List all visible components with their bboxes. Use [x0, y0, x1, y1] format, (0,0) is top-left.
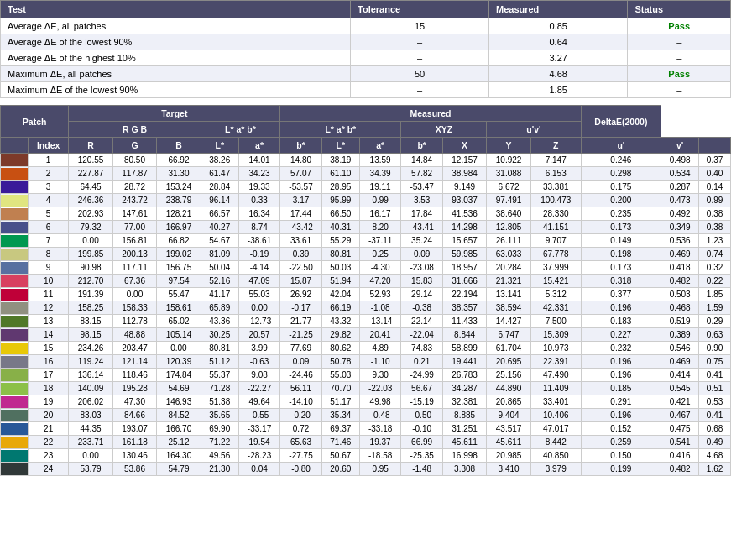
u-cell: 0.175: [581, 181, 661, 194]
a-target-cell: 8.74: [238, 221, 280, 234]
b-target-cell: 21.77: [280, 315, 322, 328]
color-swatch-cell: [1, 342, 29, 355]
r-cell: 53.79: [69, 463, 112, 476]
color-swatch-cell: [1, 248, 29, 261]
b-target-header: b*: [280, 138, 322, 154]
r-cell: 64.45: [69, 181, 112, 194]
a-measured-cell: 19.11: [359, 181, 401, 194]
a-measured-cell: 9.30: [359, 369, 401, 382]
l-target-cell: 65.89: [201, 301, 238, 315]
z-cell: 10.406: [530, 409, 581, 422]
l-target-cell: 81.09: [201, 248, 238, 261]
z-header: Z: [530, 138, 581, 154]
index-cell: 9: [29, 261, 69, 275]
delta-cell: 0.14: [699, 181, 731, 194]
b-measured-cell: 35.24: [401, 234, 443, 248]
y-cell: 6.672: [487, 181, 530, 194]
y-cell: 97.491: [487, 194, 530, 207]
r-cell: 44.35: [69, 422, 112, 436]
table-row: 15 234.26 203.47 0.00 80.81 3.99 77.69 8…: [1, 342, 731, 355]
y-cell: 12.805: [487, 221, 530, 234]
summary-measured-cell: 0.85: [488, 18, 627, 34]
delta-cell: 0.68: [699, 422, 731, 436]
r-cell: 246.36: [69, 194, 112, 207]
b-target-cell: 33.61: [280, 234, 322, 248]
b-target-cell: 0.72: [280, 422, 322, 436]
table-row: 12 158.25 158.33 158.61 65.89 0.00 -0.17…: [1, 301, 731, 315]
color-swatch: [1, 410, 28, 421]
table-row: 1 120.55 80.50 66.92 38.26 14.01 14.80 3…: [1, 154, 731, 167]
x-cell: 31.666: [442, 275, 486, 288]
color-swatch-cell: [1, 288, 29, 301]
v-header: v': [661, 138, 699, 154]
l-target-cell: 50.04: [201, 261, 238, 275]
b-target-cell: 56.11: [280, 382, 322, 395]
l-target-cell: 35.65: [201, 409, 238, 422]
b-measured-cell: -53.47: [401, 181, 443, 194]
b-cell: 55.47: [157, 288, 201, 301]
y-cell: 61.704: [487, 342, 530, 355]
u-cell: 0.198: [581, 248, 661, 261]
delta-cell: 0.63: [699, 328, 731, 342]
y-cell: 38.594: [487, 301, 530, 315]
g-cell: 117.11: [112, 261, 156, 275]
index-cell: 23: [29, 449, 69, 463]
summary-status-cell: –: [628, 34, 731, 50]
l-target-cell: 41.17: [201, 288, 238, 301]
a-target-cell: -0.55: [238, 409, 280, 422]
g-cell: 118.46: [112, 369, 156, 382]
r-cell: 98.15: [69, 328, 112, 342]
index-cell: 22: [29, 436, 69, 449]
b-cell: 0.00: [157, 342, 201, 355]
a-target-cell: 0.33: [238, 194, 280, 207]
color-swatch-cell: [1, 194, 29, 207]
b-target-cell: -0.17: [280, 301, 322, 315]
x-cell: 16.998: [442, 449, 486, 463]
a-measured-header: a*: [359, 138, 401, 154]
summary-tolerance-header: Tolerance: [351, 1, 489, 18]
index-cell: 1: [29, 154, 69, 167]
z-cell: 33.381: [530, 181, 581, 194]
z-cell: 47.017: [530, 422, 581, 436]
l-measured-cell: 80.62: [321, 342, 359, 355]
table-row: 19 206.02 47.30 146.93 51.38 49.64 -14.1…: [1, 395, 731, 409]
y-cell: 6.747: [487, 328, 530, 342]
b-cell: 146.93: [157, 395, 201, 409]
b-cell: 105.14: [157, 328, 201, 342]
u-cell: 0.173: [581, 261, 661, 275]
delta-cell: 0.90: [699, 342, 731, 355]
a-target-cell: 19.33: [238, 181, 280, 194]
b-measured-cell: -0.50: [401, 409, 443, 422]
u-cell: 0.318: [581, 275, 661, 288]
a-target-cell: 16.34: [238, 207, 280, 221]
table-row: 21 44.35 193.07 166.70 69.90 -33.17 0.72…: [1, 422, 731, 436]
v-cell: 0.519: [661, 315, 699, 328]
y-cell: 38.640: [487, 207, 530, 221]
color-swatch-cell: [1, 154, 29, 167]
l-target-cell: 71.22: [201, 436, 238, 449]
color-swatch: [1, 181, 28, 193]
delta-cell: 0.37: [699, 154, 731, 167]
v-cell: 0.418: [661, 261, 699, 275]
v-cell: 0.503: [661, 288, 699, 301]
color-swatch-cell: [1, 395, 29, 409]
a-target-cell: -12.73: [238, 315, 280, 328]
u-header: u': [581, 138, 661, 154]
xyz-header: XYZ: [401, 122, 487, 138]
index-cell: 17: [29, 369, 69, 382]
l-measured-cell: 69.37: [321, 422, 359, 436]
delta-cell: 0.40: [699, 167, 731, 181]
r-cell: 90.98: [69, 261, 112, 275]
b-target-cell: 14.80: [280, 154, 322, 167]
b-cell: 31.30: [157, 167, 201, 181]
color-swatch-cell: [1, 315, 29, 328]
color-swatch-cell: [1, 234, 29, 248]
summary-measured-header: Measured: [488, 1, 627, 18]
a-target-cell: 49.64: [238, 395, 280, 409]
l-measured-cell: 38.19: [321, 154, 359, 167]
b-target-cell: 3.17: [280, 194, 322, 207]
g-cell: 130.46: [112, 449, 156, 463]
g-cell: 156.81: [112, 234, 156, 248]
r-cell: 119.24: [69, 355, 112, 369]
summary-tolerance-cell: –: [351, 34, 489, 50]
